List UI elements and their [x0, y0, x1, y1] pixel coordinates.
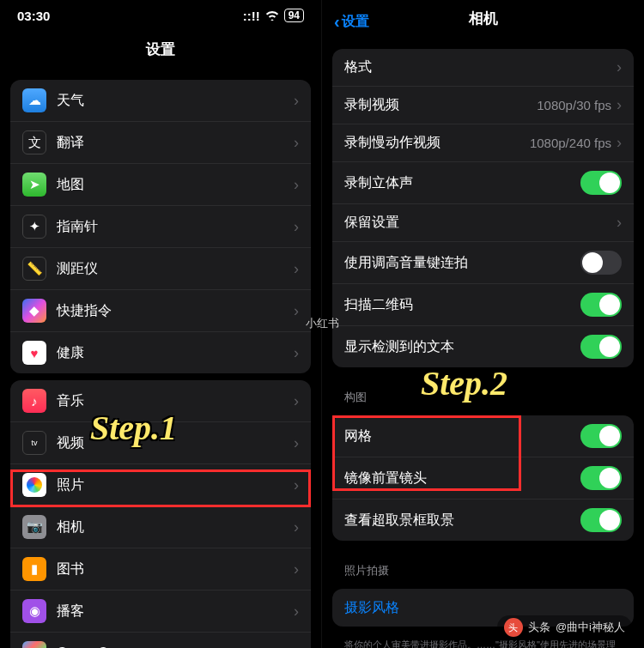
- toggle-mirror-front[interactable]: [580, 466, 622, 490]
- back-button[interactable]: ‹ 设置: [334, 12, 369, 30]
- compass-icon: ✦: [22, 215, 46, 239]
- row-camera[interactable]: 📷 相机 ›: [10, 506, 311, 548]
- toggle-view-outside-frame[interactable]: [580, 508, 622, 532]
- chevron-right-icon: ›: [617, 214, 622, 232]
- section-header-composition: 构图: [322, 374, 644, 409]
- settings-pane: 03:30 ::!! 94 设置 ☁︎ 天气 › 文 翻译 › ➤ 地图 › ✦…: [0, 0, 322, 648]
- chevron-left-icon: ‹: [334, 13, 340, 30]
- row-view-outside-frame[interactable]: 查看超取景框取景: [332, 500, 634, 541]
- chevron-right-icon: ›: [294, 518, 299, 536]
- page-title: 设置: [0, 31, 321, 73]
- row-mirror-front[interactable]: 镜像前置镜头: [332, 457, 634, 500]
- translate-icon: 文: [22, 130, 46, 154]
- row-podcasts[interactable]: ◉ 播客 ›: [10, 590, 311, 633]
- measure-icon: 📏: [22, 257, 46, 281]
- chevron-right-icon: ›: [617, 134, 622, 152]
- camera-group-main: 格式 › 录制视频 1080p/30 fps › 录制慢动作视频 1080p/2…: [332, 49, 634, 367]
- gamecenter-icon: ✿: [22, 641, 46, 648]
- status-time: 03:30: [17, 9, 50, 23]
- source-prefix: 头条: [528, 620, 550, 635]
- row-music[interactable]: ♪ 音乐 ›: [10, 380, 311, 422]
- source-name: @曲中i神秘人: [556, 620, 625, 635]
- row-shortcuts[interactable]: ◆ 快捷指令 ›: [10, 290, 311, 332]
- music-icon: ♪: [22, 389, 46, 413]
- books-icon: ▮: [22, 557, 46, 581]
- chevron-right-icon: ›: [294, 218, 299, 236]
- toggle-stereo[interactable]: [580, 171, 622, 195]
- chevron-right-icon: ›: [294, 92, 299, 110]
- row-stereo[interactable]: 录制立体声: [332, 162, 634, 204]
- health-icon: ♥: [22, 341, 46, 365]
- chevron-right-icon: ›: [294, 344, 299, 362]
- row-compass[interactable]: ✦ 指南针 ›: [10, 206, 311, 248]
- row-maps[interactable]: ➤ 地图 ›: [10, 164, 311, 206]
- row-preserve-settings[interactable]: 保留设置 ›: [332, 204, 634, 242]
- row-health[interactable]: ♥ 健康 ›: [10, 332, 311, 373]
- source-attribution: 头 头条 @曲中i神秘人: [497, 615, 632, 639]
- chevron-right-icon: ›: [294, 302, 299, 320]
- chevron-right-icon: ›: [294, 645, 299, 649]
- row-gamecenter[interactable]: ✿ Game Center ›: [10, 633, 311, 648]
- chevron-right-icon: ›: [617, 58, 622, 76]
- row-tv[interactable]: tv 视频 ›: [10, 422, 311, 464]
- battery-level: 94: [284, 9, 304, 22]
- row-translate[interactable]: 文 翻译 ›: [10, 122, 311, 164]
- chevron-right-icon: ›: [294, 176, 299, 194]
- section-header-capture: 照片拍摄: [322, 548, 644, 582]
- signal-icon: ::!!: [243, 9, 260, 23]
- photos-icon: [22, 473, 46, 497]
- camera-settings-pane: ‹ 设置 相机 格式 › 录制视频 1080p/30 fps › 录制慢动作视频…: [322, 0, 644, 648]
- chevron-right-icon: ›: [294, 560, 299, 578]
- settings-group-utilities: ☁︎ 天气 › 文 翻译 › ➤ 地图 › ✦ 指南针 › 📏 测距仪 › ◆ …: [10, 80, 311, 373]
- page-title: ‹ 设置 相机: [322, 0, 644, 42]
- settings-group-media: ♪ 音乐 › tv 视频 › 照片 › 📷 相机 › ▮ 图书 › ◉ 播客 ›: [10, 380, 311, 648]
- row-books[interactable]: ▮ 图书 ›: [10, 548, 311, 590]
- camera-icon: 📷: [22, 515, 46, 539]
- toggle-detect-text[interactable]: [580, 335, 622, 359]
- podcasts-icon: ◉: [22, 599, 46, 623]
- chevron-right-icon: ›: [617, 96, 622, 114]
- row-weather[interactable]: ☁︎ 天气 ›: [10, 80, 311, 122]
- row-measure[interactable]: 📏 测距仪 ›: [10, 248, 311, 290]
- toggle-scan-qr[interactable]: [580, 293, 622, 317]
- toggle-volume-burst[interactable]: [580, 251, 622, 275]
- weather-icon: ☁︎: [22, 88, 46, 112]
- row-scan-qr[interactable]: 扫描二维码: [332, 284, 634, 326]
- chevron-right-icon: ›: [294, 134, 299, 152]
- camera-group-composition: 网格 镜像前置镜头 查看超取景框取景: [332, 415, 634, 541]
- status-bar: 03:30 ::!! 94: [0, 0, 321, 31]
- shortcuts-icon: ◆: [22, 299, 46, 323]
- source-avatar-icon: 头: [504, 618, 523, 637]
- row-format[interactable]: 格式 ›: [332, 49, 634, 87]
- row-photos[interactable]: 照片 ›: [10, 464, 311, 506]
- maps-icon: ➤: [22, 173, 46, 197]
- toggle-grid[interactable]: [580, 424, 622, 448]
- chevron-right-icon: ›: [294, 434, 299, 452]
- row-record-video[interactable]: 录制视频 1080p/30 fps ›: [332, 87, 634, 124]
- row-volume-burst[interactable]: 使用调高音量键连拍: [332, 242, 634, 284]
- wifi-icon: [265, 9, 279, 23]
- chevron-right-icon: ›: [294, 603, 299, 621]
- chevron-right-icon: ›: [294, 392, 299, 410]
- row-detect-text[interactable]: 显示检测到的文本: [332, 326, 634, 367]
- row-record-slomo[interactable]: 录制慢动作视频 1080p/240 fps ›: [332, 124, 634, 162]
- chevron-right-icon: ›: [294, 476, 299, 494]
- tv-icon: tv: [22, 431, 46, 455]
- chevron-right-icon: ›: [294, 260, 299, 278]
- row-grid[interactable]: 网格: [332, 415, 634, 457]
